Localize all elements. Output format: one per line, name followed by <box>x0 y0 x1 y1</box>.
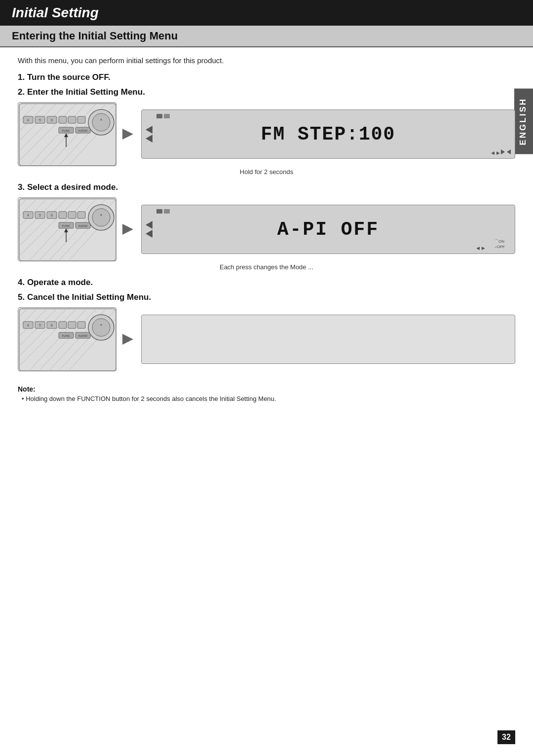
svg-point-26 <box>92 113 110 131</box>
step-2-caption: Hold for 2 seconds <box>18 168 515 176</box>
step-3-device: 4 5 6 FUNC AUDIO ▲ <box>18 197 116 261</box>
note-title: Note: <box>18 385 515 393</box>
section-header: Entering the Initial Setting Menu <box>0 26 533 47</box>
page-number: 32 <box>497 730 515 744</box>
svg-text:6: 6 <box>51 214 53 217</box>
note-bullet-marker: • <box>22 395 26 402</box>
step-2-arrow <box>116 124 141 144</box>
svg-text:FUNC: FUNC <box>62 129 71 132</box>
svg-point-57 <box>92 209 110 226</box>
step-5-arrow <box>116 329 141 349</box>
step-5-display <box>141 315 515 364</box>
svg-text:6: 6 <box>51 118 53 122</box>
svg-text:▲: ▲ <box>100 118 103 121</box>
svg-rect-81 <box>68 322 76 328</box>
svg-point-88 <box>92 319 110 336</box>
svg-text:5: 5 <box>39 324 41 327</box>
svg-rect-51 <box>77 212 85 218</box>
svg-text:FUNC: FUNC <box>62 224 71 227</box>
svg-rect-82 <box>77 322 85 328</box>
step-2-display-text: FM STEP:100 <box>261 124 396 145</box>
step-5-label: 5. Cancel the Initial Setting Menu. <box>18 292 515 302</box>
svg-rect-50 <box>68 212 76 218</box>
step-5-row: 4 5 6 FUNC AUDIO ▲ <box>18 307 515 371</box>
step-1-label: 1. Turn the source OFF. <box>18 72 515 82</box>
svg-rect-20 <box>77 116 85 123</box>
on-label: ⌒ON <box>495 239 504 244</box>
note-section: Note: • Holding down the FUNCTION button… <box>18 381 515 402</box>
svg-text:4: 4 <box>27 324 29 327</box>
step-4-label: 4. Operate a mode. <box>18 278 515 288</box>
svg-rect-18 <box>59 116 67 123</box>
svg-text:AUDIO: AUDIO <box>78 129 87 132</box>
svg-rect-19 <box>68 116 76 123</box>
side-tab: ENGLISH <box>514 89 533 154</box>
step-3-row: 4 5 6 FUNC AUDIO ▲ <box>18 197 515 261</box>
svg-text:4: 4 <box>27 214 29 217</box>
step-5-device: 4 5 6 FUNC AUDIO ▲ <box>18 307 116 371</box>
page-title: Initial Setting <box>12 5 99 20</box>
step-3-arrow <box>116 219 141 239</box>
step-3-caption: Each press changes the Mode ... <box>18 263 515 271</box>
svg-rect-49 <box>59 212 67 218</box>
svg-rect-80 <box>59 322 67 328</box>
svg-marker-30 <box>122 129 133 140</box>
svg-marker-90 <box>122 334 133 345</box>
svg-text:FUNC: FUNC <box>62 334 71 337</box>
svg-text:5: 5 <box>39 214 41 217</box>
step-3-label: 3. Select a desired mode. <box>18 182 515 192</box>
svg-text:▲: ▲ <box>100 323 103 326</box>
step-2-device: 4 5 6 FUNC AUDIO ▲ <box>18 102 116 166</box>
note-bullet-text: Holding down the FUNCTION button for 2 s… <box>26 395 276 402</box>
svg-text:6: 6 <box>51 324 53 327</box>
step-3-display: A-PI OFF ⌒ON ⌣OFF ◀ ▶ <box>141 205 515 254</box>
step-2-display: FM STEP:100 ◀ ▶ <box>141 109 515 159</box>
note-bullet: • Holding down the FUNCTION button for 2… <box>18 395 515 402</box>
page-header: Initial Setting <box>0 0 533 26</box>
svg-marker-61 <box>122 224 133 235</box>
section-title: Entering the Initial Setting Menu <box>12 30 178 42</box>
main-content: With this menu, you can perform initial … <box>0 56 533 420</box>
intro-text: With this menu, you can perform initial … <box>18 56 515 65</box>
svg-text:5: 5 <box>39 118 41 122</box>
svg-text:AUDIO: AUDIO <box>78 334 87 337</box>
step-2-label: 2. Enter the Initial Setting Menu. <box>18 87 515 97</box>
step-3-display-text: A-PI OFF <box>277 219 379 240</box>
svg-text:AUDIO: AUDIO <box>78 224 87 227</box>
off-label: ⌣OFF <box>495 245 505 250</box>
svg-text:4: 4 <box>27 118 29 122</box>
step-2-row: 4 5 6 FUNC AUDIO ▲ <box>18 102 515 166</box>
svg-text:▲: ▲ <box>100 213 103 216</box>
